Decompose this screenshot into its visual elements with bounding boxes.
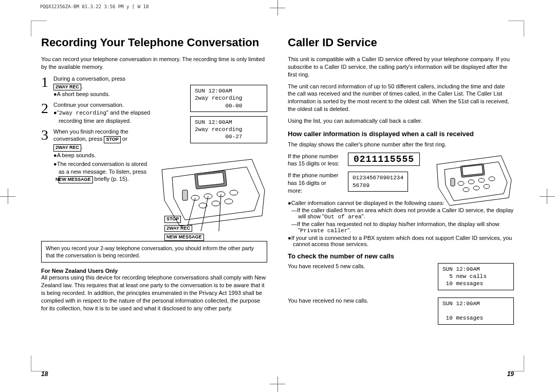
step-number: 1 — [41, 75, 53, 89]
header-doc-code: PQQX12356ZA-BM 01.3.22 3:56 PM y [ W 18 — [40, 4, 149, 9]
step-number: 2 — [41, 101, 53, 116]
step-bullet: ●A short beep sounds. — [53, 90, 154, 98]
svg-rect-22 — [451, 178, 455, 186]
callout-2way-rec: 2WAY REC — [164, 225, 192, 232]
svg-point-17 — [478, 178, 485, 182]
lcd-display-1: SUN 12:00AM 2way recording 00-00 — [190, 85, 267, 112]
button-new-message: NEW MESSAGE — [59, 176, 93, 183]
subheading-check: To check the number of new calls — [288, 252, 514, 260]
svg-rect-14 — [462, 165, 483, 176]
step-3: 3 When you finish recording the conversa… — [41, 128, 154, 184]
pbx-note: ●If your unit is connected to a PBX syst… — [288, 235, 514, 247]
svg-point-7 — [212, 201, 220, 206]
button-2way-rec: 2WAY REC — [53, 84, 81, 91]
sub1-text: The display shows the caller's phone num… — [288, 141, 514, 148]
page-title: Recording Your Telephone Conversation — [41, 36, 267, 49]
callout-stop: STOP — [164, 216, 181, 223]
step-number: 3 — [41, 128, 53, 142]
step-text: During a conversation, press — [53, 76, 125, 82]
caller-example-15: If the phone number has 15 digits or les… — [288, 153, 434, 168]
check-row-5-calls: You have received 5 new calls. SUN 12:00… — [288, 263, 514, 290]
device-callouts: STOP 2WAY REC NEW MESSAGE — [164, 216, 204, 241]
manual-spread: PQQX12356ZA-BM 01.3.22 3:56 PM y [ W 18 … — [0, 0, 555, 392]
page-title: Caller ID Service — [288, 36, 514, 49]
svg-point-15 — [458, 181, 464, 185]
svg-rect-1 — [197, 172, 224, 186]
intro-text: You can record your telephone conversati… — [41, 55, 267, 71]
nz-section: For New Zealand Users Only All persons u… — [41, 268, 267, 312]
step-2: 2 Continue your conversation. ●"2way rec… — [41, 101, 154, 126]
row-label: If the phone number has 16 digits or mor… — [288, 172, 342, 195]
svg-point-8 — [225, 199, 233, 204]
svg-rect-9 — [182, 190, 188, 200]
lcd-display-2: SUN 12:00AM 2way recording 00-27 — [190, 116, 267, 143]
nz-body: All persons using this device for record… — [41, 274, 267, 312]
lcd-display-16digit: 012345678901234 56789 — [348, 172, 408, 192]
lcd-display-no-calls: SUN 12:00AM 10 messages — [438, 297, 514, 325]
intro-para-3: Using the list, you can automatically ca… — [288, 117, 514, 125]
row-label: If the phone number has 15 digits or les… — [288, 153, 342, 168]
caller-example-16: If the phone number has 16 digits or mor… — [288, 172, 434, 195]
device-illustration-small — [434, 152, 514, 208]
lcd-display-5-calls: SUN 12:00AM 5 new calls 10 messages — [438, 263, 514, 290]
svg-point-16 — [468, 180, 474, 184]
check-text: You have received 5 new calls. — [288, 263, 365, 269]
right-page: Caller ID Service This unit is compatibl… — [288, 36, 514, 366]
lcd-displays: SUN 12:00AM 2way recording 00-00 SUN 12:… — [190, 85, 267, 143]
step-list: 1 During a conversation, press 2WAY REC.… — [41, 75, 154, 184]
svg-point-21 — [484, 184, 490, 189]
subheading-display: How caller information is displayed when… — [288, 130, 514, 138]
page-content: Recording Your Telephone Conversation Yo… — [41, 36, 514, 366]
button-2way-rec: 2WAY REC — [53, 144, 81, 152]
page-number: 18 — [41, 370, 48, 378]
svg-point-5 — [230, 190, 238, 195]
recording-notice-box: When you record your 2-way telephone con… — [41, 241, 267, 263]
check-row-no-calls: You have received no new calls. SUN 12:0… — [288, 297, 514, 325]
page-number: 19 — [507, 370, 514, 378]
case-1: —If the caller dialled from an area whic… — [288, 207, 514, 220]
svg-point-20 — [473, 186, 479, 190]
nz-heading: For New Zealand Users Only — [41, 268, 267, 274]
left-page: Recording Your Telephone Conversation Yo… — [41, 36, 267, 366]
step-text: Continue your conversation. — [53, 101, 154, 109]
callout-new-message: NEW MESSAGE — [164, 234, 204, 241]
step-bullet: ●"2way recording" and the elapsed record… — [53, 109, 154, 125]
svg-point-18 — [489, 177, 495, 181]
case-2: —If the caller has requested not to disp… — [288, 221, 514, 234]
lcd-display-15digit: 0211115555 — [348, 153, 420, 166]
intro-para-1: This unit is compatible with a Caller ID… — [288, 55, 514, 79]
step-1: 1 During a conversation, press 2WAY REC.… — [41, 75, 154, 99]
step-bullet: ●A beep sounds. — [53, 152, 154, 159]
button-stop: STOP — [104, 136, 120, 143]
intro-para-2: The unit can record information of up to… — [288, 83, 514, 113]
step-bullet: ●The recorded conversation is stored as … — [53, 160, 154, 183]
check-text: You have received no new calls. — [288, 297, 368, 304]
svg-point-19 — [463, 188, 469, 192]
